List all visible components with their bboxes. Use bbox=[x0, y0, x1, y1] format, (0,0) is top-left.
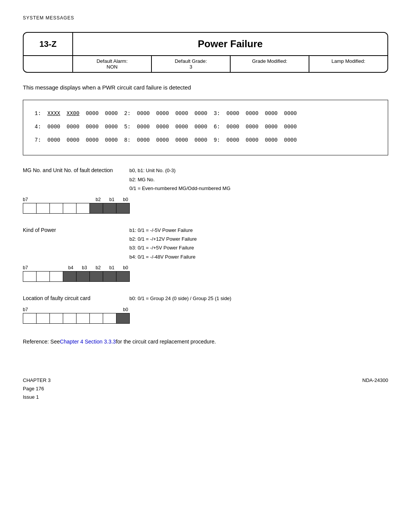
bit-box-2-mg bbox=[89, 203, 103, 214]
bit-box-0-loc bbox=[116, 313, 130, 324]
code-line-3: 7: 0000 0000 0000 0000 8: 0000 0000 0000… bbox=[35, 134, 376, 146]
header-bottom-row: Default Alarm: NON Default Grade: 3 Grad… bbox=[24, 56, 387, 72]
section-label: SYSTEM MESSAGES bbox=[23, 15, 388, 21]
bit-section-location: Location of faulty circuit card b0: 0/1 … bbox=[23, 294, 388, 323]
bit-label-b1-mg: b1 bbox=[105, 197, 119, 202]
default-grade-value: 3 bbox=[156, 64, 226, 70]
default-alarm-value: NON bbox=[77, 64, 147, 70]
lamp-modified-label: Lamp Modified: bbox=[313, 58, 384, 64]
bit-boxes-location bbox=[23, 313, 388, 324]
bit-box-5-mg bbox=[49, 203, 63, 214]
bit-label-b4-pw: b4 bbox=[64, 265, 78, 270]
bit-label-power: Kind of Power bbox=[23, 226, 114, 234]
bit-desc-line-1: b2: MG No. bbox=[129, 175, 231, 184]
bit-desc-power-1: b2: 0/1 = -/+12V Power Failure bbox=[129, 235, 197, 243]
bit-label-b2-mg: b2 bbox=[91, 197, 105, 202]
code-block: 1: XXXX XX00 0000 0000 2: 0000 0000 0000… bbox=[23, 100, 388, 155]
bit-label-b3-pw: b3 bbox=[78, 265, 91, 270]
bit-label-b2-pw: b2 bbox=[91, 265, 105, 270]
description-text: This message displays when a PWR circuit… bbox=[23, 84, 388, 91]
bit-box-1-pw bbox=[103, 271, 116, 282]
footer-chapter: CHAPTER 3 bbox=[23, 376, 51, 385]
bit-label-b7-pw: b7 bbox=[23, 265, 37, 270]
bit-desc-loc-0: b0: 0/1 = Group 24 (0 side) / Group 25 (… bbox=[129, 294, 231, 303]
bit-desc-power: b1: 0/1 = -/-5V Power Failure b2: 0/1 = … bbox=[129, 226, 197, 262]
bit-desc-location: b0: 0/1 = Group 24 (0 side) / Group 25 (… bbox=[129, 294, 231, 303]
bit-box-3-mg bbox=[76, 203, 90, 214]
bit-section-mg-unit: MG No. and Unit No. of fault detection b… bbox=[23, 166, 388, 213]
bit-box-1-mg bbox=[103, 203, 116, 214]
code-line-2: 4: 0000 0000 0000 0000 5: 0000 0000 0000… bbox=[35, 121, 376, 133]
reference-link2[interactable]: Section 3.3.3 bbox=[85, 339, 116, 345]
bit-box-4-mg bbox=[63, 203, 76, 214]
bit-box-6-pw bbox=[36, 271, 50, 282]
bit-label-b0-mg: b0 bbox=[119, 197, 132, 202]
bit-diagram-power: b7 b4 b3 b2 b1 b0 bbox=[23, 265, 388, 282]
bit-desc-line-2: 0/1 = Even-numbered MG/Odd-numbered MG bbox=[129, 184, 231, 193]
default-grade-cell: Default Grade: 3 bbox=[152, 56, 231, 72]
page-footer: CHAPTER 3 Page 176 Issue 1 NDA-24300 bbox=[23, 376, 388, 401]
header-spacer bbox=[24, 56, 73, 72]
bit-boxes-mg bbox=[23, 203, 388, 214]
message-title: Power Failure bbox=[73, 33, 387, 55]
header-top-row: 13-Z Power Failure bbox=[24, 33, 387, 56]
code-line-1: 1: XXXX XX00 0000 0000 2: 0000 0000 0000… bbox=[35, 108, 376, 120]
reference-suffix: for the circuit card replacement procedu… bbox=[116, 339, 216, 345]
bit-desc-power-3: b4: 0/1 = -/-48V Power Failure bbox=[129, 252, 197, 261]
bit-label-location: Location of faulty circuit card bbox=[23, 294, 114, 302]
bit-diagram-mg-unit: b7 b2 b1 b0 bbox=[23, 197, 388, 214]
bit-box-0-mg bbox=[116, 203, 130, 214]
bit-box-2-loc bbox=[89, 313, 103, 324]
message-code: 13-Z bbox=[24, 33, 73, 55]
grade-modified-cell: Grade Modified: bbox=[231, 56, 309, 72]
bit-box-5-pw bbox=[49, 271, 63, 282]
reference-link1[interactable]: Chapter 4 bbox=[60, 339, 83, 345]
bit-label-b0-loc: b0 bbox=[119, 307, 132, 312]
lamp-modified-cell: Lamp Modified: bbox=[309, 56, 387, 72]
bit-top-labels-loc: b7 b0 bbox=[23, 307, 388, 312]
bit-label-b7-loc: b7 bbox=[23, 307, 37, 312]
grade-modified-label: Grade Modified: bbox=[234, 58, 305, 64]
bit-top-labels-power: b7 b4 b3 b2 b1 b0 bbox=[23, 265, 388, 270]
bit-diagram-location: b7 b0 bbox=[23, 307, 388, 324]
bit-boxes-power bbox=[23, 271, 388, 282]
bit-box-2-pw bbox=[89, 271, 103, 282]
bit-top-labels-mg: b7 b2 b1 b0 bbox=[23, 197, 388, 202]
bit-label-b0-pw: b0 bbox=[119, 265, 132, 270]
xx00-underlined: XX00 bbox=[67, 110, 80, 117]
bit-desc-line-0: b0, b1: Unit No. (0-3) bbox=[129, 166, 231, 175]
bit-box-4-pw bbox=[63, 271, 76, 282]
bit-box-3-pw bbox=[76, 271, 90, 282]
bit-box-4-loc bbox=[63, 313, 76, 324]
footer-issue: Issue 1 bbox=[23, 393, 51, 401]
bit-box-7-pw bbox=[23, 271, 37, 282]
bit-label-b1-pw: b1 bbox=[105, 265, 119, 270]
header-meta: Default Alarm: NON Default Grade: 3 Grad… bbox=[73, 56, 387, 72]
bit-label-mg-unit: MG No. and Unit No. of fault detection bbox=[23, 166, 114, 174]
bit-section-power: Kind of Power b1: 0/1 = -/-5V Power Fail… bbox=[23, 226, 388, 282]
default-alarm-label: Default Alarm: bbox=[77, 58, 147, 64]
header-box: 13-Z Power Failure Default Alarm: NON De… bbox=[23, 32, 388, 73]
bit-box-7-mg bbox=[23, 203, 37, 214]
bit-desc-mg-unit: b0, b1: Unit No. (0-3) b2: MG No. 0/1 = … bbox=[129, 166, 231, 193]
footer-right: NDA-24300 bbox=[362, 376, 388, 401]
footer-doc-number: NDA-24300 bbox=[362, 376, 388, 385]
footer-page: Page 176 bbox=[23, 385, 51, 393]
reference-section: Reference: SeeChapter 4 Section 3.3.3for… bbox=[23, 337, 388, 346]
bit-box-3-loc bbox=[76, 313, 90, 324]
reference-prefix: Reference: See bbox=[23, 339, 60, 345]
bit-box-1-loc bbox=[103, 313, 116, 324]
bit-box-7-loc bbox=[23, 313, 37, 324]
default-grade-label: Default Grade: bbox=[156, 58, 226, 64]
xxxx-underlined: XXXX bbox=[48, 110, 61, 117]
footer-left: CHAPTER 3 Page 176 Issue 1 bbox=[23, 376, 51, 401]
bit-box-6-loc bbox=[36, 313, 50, 324]
bit-desc-power-0: b1: 0/1 = -/-5V Power Failure bbox=[129, 226, 197, 235]
bit-label-b7-mg: b7 bbox=[23, 197, 37, 202]
bit-box-6-mg bbox=[36, 203, 50, 214]
bit-box-0-pw bbox=[116, 271, 130, 282]
default-alarm-cell: Default Alarm: NON bbox=[73, 56, 152, 72]
bit-box-5-loc bbox=[49, 313, 63, 324]
bit-desc-power-2: b3: 0/1 = -/+5V Power Failure bbox=[129, 243, 197, 252]
